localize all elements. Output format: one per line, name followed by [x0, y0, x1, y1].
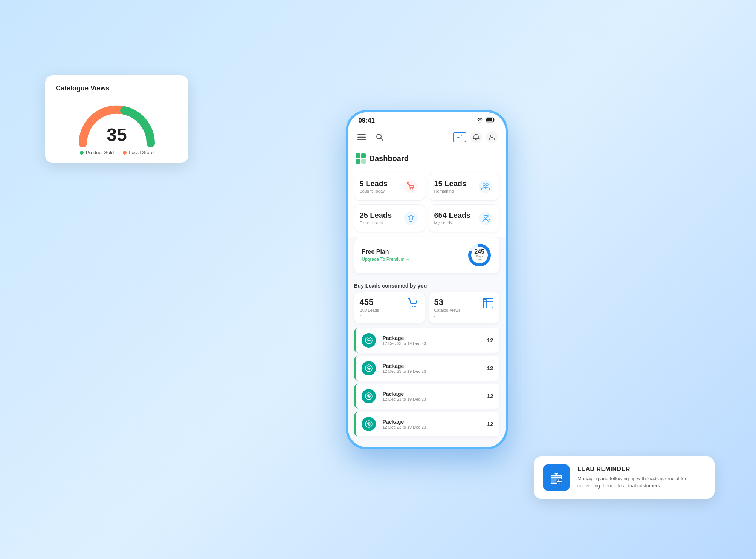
package-info-1: Package 12 Dec 23 to 19 Dec 23	[383, 335, 482, 346]
svg-rect-4	[357, 139, 366, 140]
stat-card-bought[interactable]: 5 Leads Bought Today	[354, 173, 425, 201]
svg-point-23	[414, 306, 416, 307]
logo-sq4	[361, 159, 366, 164]
package-date-4: 12 Dec 23 to 19 Dec 23	[383, 425, 482, 429]
days-number: 245	[474, 249, 484, 255]
stat-card-my-leads[interactable]: 654 Leads My Leads	[429, 204, 499, 232]
package-name-4: Package	[383, 419, 482, 425]
days-circle: 245 DaysLeft	[467, 243, 492, 267]
chevron-icon: ˅	[460, 135, 462, 139]
package-info-4: Package 12 Dec 23 to 19 Dec 23	[383, 419, 482, 429]
package-list: Package 12 Dec 23 to 19 Dec 23 12	[348, 328, 506, 446]
stat-label-direct: Direct Leads	[360, 221, 392, 225]
package-name-3: Package	[383, 391, 482, 397]
buy-leads-grid: 455 Buy Leads ›	[348, 292, 506, 328]
dashboard-logo	[356, 153, 366, 164]
catalog-label: Catalog Views	[434, 308, 461, 312]
svg-point-31	[368, 368, 370, 369]
svg-point-22	[412, 306, 413, 307]
buy-card-catalog[interactable]: 53 Catalog Views ›	[429, 292, 499, 323]
svg-rect-1	[486, 118, 492, 121]
package-name-2: Package	[383, 363, 482, 369]
buy-arrow: ›	[360, 313, 379, 318]
catalogue-legend: Product Sold Local Store	[56, 150, 178, 155]
package-date-3: 12 Dec 23 to 19 Dec 23	[383, 397, 482, 401]
buy-num: 455	[360, 297, 379, 307]
package-count-3: 12	[487, 393, 493, 399]
top-nav-left	[356, 131, 386, 143]
days-label: DaysLeft	[476, 255, 483, 262]
upgrade-label: Upgrade To Premium →	[362, 257, 411, 262]
legend-label-product: Product Sold	[86, 150, 114, 155]
reminder-title: LEAD REMINDER	[577, 466, 706, 473]
svg-rect-2	[357, 134, 366, 135]
stat-info-my-leads: 654 Leads My Leads	[434, 211, 471, 225]
stat-info-remaining: 15 Leads Remaining	[434, 179, 467, 193]
buy-label: Buy Leads	[360, 308, 379, 312]
stats-grid: 5 Leads Bought Today	[348, 168, 506, 237]
stat-label-my-leads: My Leads	[434, 221, 471, 225]
top-nav-right: + ˅	[453, 131, 498, 143]
stat-info-direct: 25 Leads Direct Leads	[360, 211, 392, 225]
package-item-2[interactable]: Package 12 Dec 23 to 19 Dec 23 12	[354, 356, 499, 381]
legend-dot-orange	[123, 151, 127, 155]
phone-content: Dashboard 5 Leads Bought Today	[348, 147, 506, 447]
svg-point-9	[409, 188, 411, 189]
buy-card-left-catalog: 53 Catalog Views ›	[434, 297, 461, 318]
stat-number-direct: 25 Leads	[360, 211, 392, 220]
package-item-3[interactable]: Package 12 Dec 23 to 19 Dec 23 12	[354, 384, 499, 409]
dashboard-title: Dashboard	[370, 154, 409, 163]
package-info-3: Package 12 Dec 23 to 19 Dec 23	[383, 391, 482, 401]
package-icon-4	[362, 417, 376, 431]
catalog-arrow: ›	[434, 313, 461, 318]
package-icon-1	[362, 333, 376, 348]
cart-icon	[407, 297, 419, 310]
svg-rect-3	[357, 136, 366, 138]
svg-point-14	[404, 211, 418, 225]
package-count-4: 12	[487, 421, 493, 427]
buy-card-leads[interactable]: 455 Buy Leads ›	[354, 292, 425, 323]
package-date-1: 12 Dec 23 to 19 Dec 23	[383, 341, 482, 346]
catalogue-title: Catelogue Views	[56, 84, 178, 92]
package-name-1: Package	[383, 335, 482, 341]
package-icon-3	[362, 389, 376, 403]
legend-dot-green	[80, 151, 84, 155]
top-nav: + ˅	[348, 127, 506, 147]
stat-info-bought: 5 Leads Bought Today	[360, 179, 388, 193]
reminder-text: Managing and following up with leads is …	[577, 475, 706, 490]
days-text: 245 DaysLeft	[467, 243, 492, 267]
bell-icon[interactable]	[470, 131, 482, 143]
package-count-1: 12	[487, 337, 493, 343]
notch	[402, 112, 451, 125]
svg-line-6	[381, 138, 383, 141]
gauge-number: 35	[107, 124, 127, 145]
add-button[interactable]: + ˅	[453, 132, 466, 142]
logo-sq3	[356, 159, 360, 164]
scene: Catelogue Views 35 Product Sold Local St…	[0, 0, 756, 559]
plan-upgrade-link[interactable]: Upgrade To Premium →	[362, 257, 411, 262]
stat-card-direct[interactable]: 25 Leads Direct Leads	[354, 204, 425, 232]
menu-icon[interactable]	[356, 131, 368, 143]
stat-card-remaining[interactable]: 15 Leads Remaining	[429, 173, 499, 201]
reminder-icon-box	[543, 464, 570, 491]
wifi-icon	[477, 117, 483, 124]
package-item-1[interactable]: Package 12 Dec 23 to 19 Dec 23 12	[354, 328, 499, 353]
user-icon[interactable]	[486, 131, 498, 143]
dashboard-header: Dashboard	[348, 147, 506, 168]
phone-inner: 09:41	[348, 112, 506, 447]
catalogue-card: Catelogue Views 35 Product Sold Local St…	[45, 75, 188, 163]
stat-icon-remaining	[477, 178, 494, 195]
search-icon[interactable]	[374, 131, 386, 143]
package-info-2: Package 12 Dec 23 to 19 Dec 23	[383, 363, 482, 374]
package-date-2: 12 Dec 23 to 19 Dec 23	[383, 369, 482, 374]
svg-point-33	[368, 395, 370, 397]
package-count-2: 12	[487, 365, 493, 371]
gauge-chart: 35	[75, 100, 158, 145]
svg-point-7	[490, 135, 493, 137]
stat-number-bought: 5 Leads	[360, 179, 388, 188]
logo-sq2	[361, 153, 366, 158]
plan-card[interactable]: Free Plan Upgrade To Premium → 245 DaysL…	[354, 237, 499, 274]
package-item-4[interactable]: Package 12 Dec 23 to 19 Dec 23 12	[354, 412, 499, 436]
phone-frame: 09:41	[346, 110, 508, 449]
add-label: +	[457, 134, 460, 140]
